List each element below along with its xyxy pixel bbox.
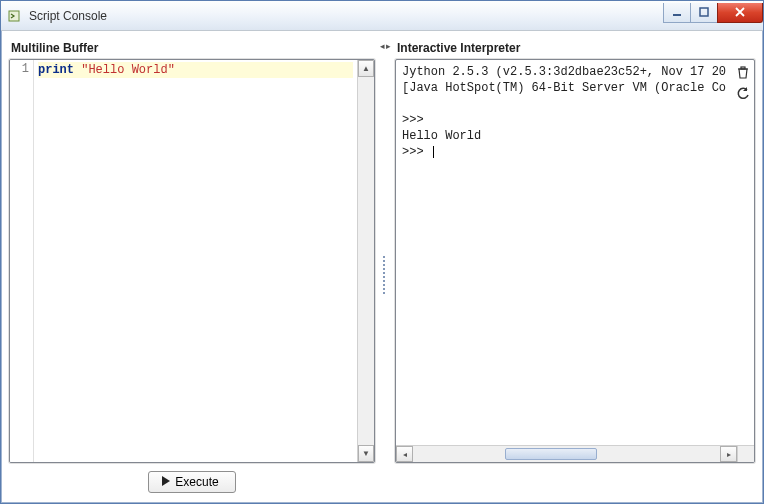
out-line: >>>: [402, 145, 431, 159]
titlebar[interactable]: Script Console: [1, 1, 763, 31]
interpreter-title: Interactive Interpreter: [395, 39, 755, 59]
splitter[interactable]: ◂▸: [379, 39, 391, 495]
line-gutter: 1: [10, 60, 34, 462]
interpreter-body: Jython 2.5.3 (v2.5.3:3d2dbae23c52+, Nov …: [395, 59, 755, 463]
trash-icon[interactable]: [735, 64, 751, 80]
multiline-buffer-panel: Multiline Buffer 1 print "Hello World" ▲…: [9, 39, 375, 495]
out-line: Hello World: [402, 129, 481, 143]
scroll-down-icon[interactable]: ▼: [358, 445, 374, 462]
out-line: [Java HotSpot(TM) 64-Bit Server VM (Orac…: [402, 81, 726, 95]
multiline-buffer-body: 1 print "Hello World" ▲ ▼: [9, 59, 375, 463]
splitter-arrows-icon: ◂▸: [380, 41, 391, 51]
play-icon: [161, 475, 171, 489]
interpreter-horizontal-scrollbar[interactable]: ◂ ▸: [396, 445, 737, 462]
keyword-token: print: [38, 63, 74, 77]
scroll-track[interactable]: [413, 446, 720, 462]
code-line: print "Hello World": [38, 62, 353, 78]
window-title: Script Console: [29, 9, 107, 23]
editor-footer: Execute: [9, 463, 375, 495]
interpreter-output[interactable]: Jython 2.5.3 (v2.5.3:3d2dbae23c52+, Nov …: [396, 60, 732, 445]
client-area: Multiline Buffer 1 print "Hello World" ▲…: [1, 31, 763, 503]
scroll-left-icon[interactable]: ◂: [396, 446, 413, 462]
interpreter-panel: Interactive Interpreter Jython 2.5.3 (v2…: [395, 39, 755, 495]
execute-label: Execute: [175, 475, 218, 489]
splitter-grip-icon: [383, 256, 387, 294]
line-number: 1: [10, 62, 29, 76]
window-controls: [664, 3, 763, 23]
maximize-button[interactable]: [690, 3, 718, 23]
close-button[interactable]: [717, 3, 763, 23]
scroll-corner: [737, 445, 754, 462]
script-console-window: Script Console Multiline Buffer 1: [0, 0, 764, 504]
minimize-button[interactable]: [663, 3, 691, 23]
editor-vertical-scrollbar[interactable]: ▲ ▼: [357, 60, 374, 462]
string-token: "Hello World": [81, 63, 175, 77]
interpreter-side-icons: [732, 60, 754, 445]
out-line: Jython 2.5.3 (v2.5.3:3d2dbae23c52+, Nov …: [402, 65, 726, 79]
out-line: >>>: [402, 113, 431, 127]
scroll-track[interactable]: [358, 77, 374, 445]
execute-button[interactable]: Execute: [148, 471, 235, 493]
app-icon: [7, 8, 23, 24]
scroll-up-icon[interactable]: ▲: [358, 60, 374, 77]
scroll-right-icon[interactable]: ▸: [720, 446, 737, 462]
refresh-icon[interactable]: [735, 86, 751, 102]
interpreter-footer: [395, 463, 755, 495]
code-area: 1 print "Hello World": [10, 60, 357, 462]
scroll-thumb[interactable]: [505, 448, 597, 460]
text-cursor: [433, 146, 434, 158]
code-editor[interactable]: print "Hello World": [34, 60, 357, 462]
svg-rect-2: [700, 8, 708, 16]
multiline-buffer-title: Multiline Buffer: [9, 39, 375, 59]
svg-rect-1: [673, 14, 681, 16]
